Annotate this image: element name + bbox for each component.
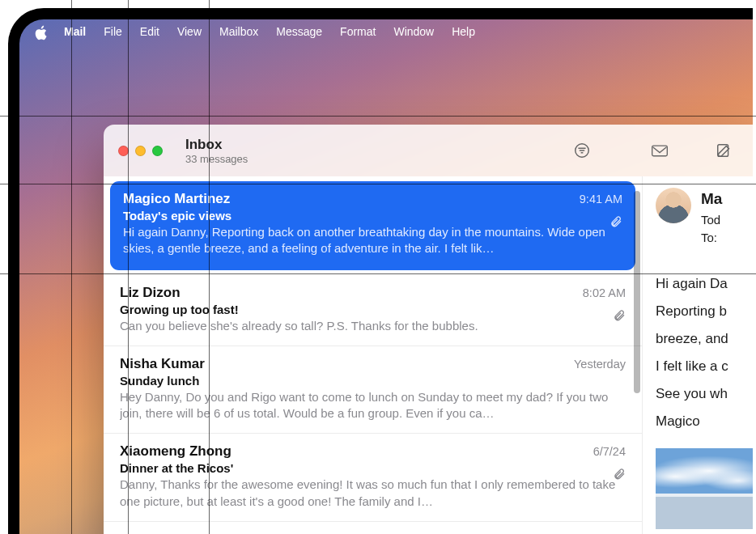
attachment-icon <box>613 468 626 481</box>
app-name[interactable]: Mail <box>55 22 95 41</box>
email-attachment-image <box>656 448 753 529</box>
menu-view[interactable]: View <box>168 22 210 41</box>
compose-button[interactable] <box>711 139 738 162</box>
message-preview: Hi again Danny, Reporting back on anothe… <box>123 224 622 257</box>
message-from: Liz Dizon <box>120 285 181 301</box>
attachment-icon <box>613 309 626 322</box>
mail-window: Inbox 33 messages Magico Martinez <box>104 125 753 534</box>
mailbox-title: Inbox <box>185 137 248 153</box>
message-preview: Can you believe she's already so tall? P… <box>120 318 626 334</box>
reader-to: To: <box>701 229 722 248</box>
minimize-button[interactable] <box>135 146 146 156</box>
menu-window[interactable]: Window <box>384 22 443 41</box>
mailbox-subtitle: 33 messages <box>185 153 248 165</box>
reader-subject: Tod <box>701 211 722 230</box>
message-from: Nisha Kumar <box>120 356 205 372</box>
menu-file[interactable]: File <box>95 22 131 41</box>
svg-rect-1 <box>652 146 668 156</box>
message-time: 8:02 AM <box>583 286 626 299</box>
menu-edit[interactable]: Edit <box>131 22 168 41</box>
zoom-button[interactable] <box>152 146 163 156</box>
reader-from: Ma <box>701 188 722 211</box>
message-list: Magico Martinez9:41 AMToday's epic views… <box>104 176 643 534</box>
message-time: 6/7/24 <box>593 445 626 458</box>
toolbar: Inbox 33 messages <box>104 125 753 176</box>
message-row[interactable]: Nisha KumarYesterdaySunday lunchHey Dann… <box>104 346 642 434</box>
message-from: Magico Martinez <box>123 191 230 207</box>
message-row[interactable]: Xiaomeng Zhong6/7/24Dinner at the Ricos'… <box>104 434 642 522</box>
message-preview: Hey Danny, Do you and Rigo want to come … <box>120 389 626 422</box>
menu-message[interactable]: Message <box>267 22 331 41</box>
message-from: Xiaomeng Zhong <box>120 443 231 460</box>
reader-body: Hi again DaReporting bbreeze, andI felt … <box>656 270 753 435</box>
menu-format[interactable]: Format <box>331 22 384 41</box>
message-preview: Danny, Thanks for the awesome evening! I… <box>120 477 626 510</box>
apple-menu-icon[interactable] <box>34 24 49 39</box>
message-time: 9:41 AM <box>580 193 622 206</box>
message-subject: Sunday lunch <box>120 374 626 388</box>
window-controls <box>118 146 163 156</box>
message-subject: Dinner at the Ricos' <box>120 461 626 475</box>
avatar <box>656 188 691 223</box>
message-row[interactable]: Liz Dizon8:02 AMGrowing up too fast!Can … <box>104 275 642 346</box>
message-time: Yesterday <box>574 358 626 371</box>
scrollbar-thumb[interactable] <box>634 191 640 393</box>
message-subject: Today's epic views <box>123 209 622 222</box>
filter-button[interactable] <box>568 139 596 162</box>
menu-bar: Mail File Edit View Mailbox Message Form… <box>19 19 753 44</box>
message-subject: Growing up too fast! <box>120 303 626 316</box>
attachment-icon <box>609 215 622 228</box>
message-row[interactable]: Magico Martinez9:41 AMToday's epic views… <box>110 181 635 270</box>
menu-mailbox[interactable]: Mailbox <box>210 22 267 41</box>
mail-envelope-icon[interactable] <box>646 139 673 162</box>
menu-help[interactable]: Help <box>443 22 484 41</box>
reading-pane: Ma Tod To: Hi again DaReporting bbreeze,… <box>643 176 753 534</box>
close-button[interactable] <box>118 146 129 156</box>
